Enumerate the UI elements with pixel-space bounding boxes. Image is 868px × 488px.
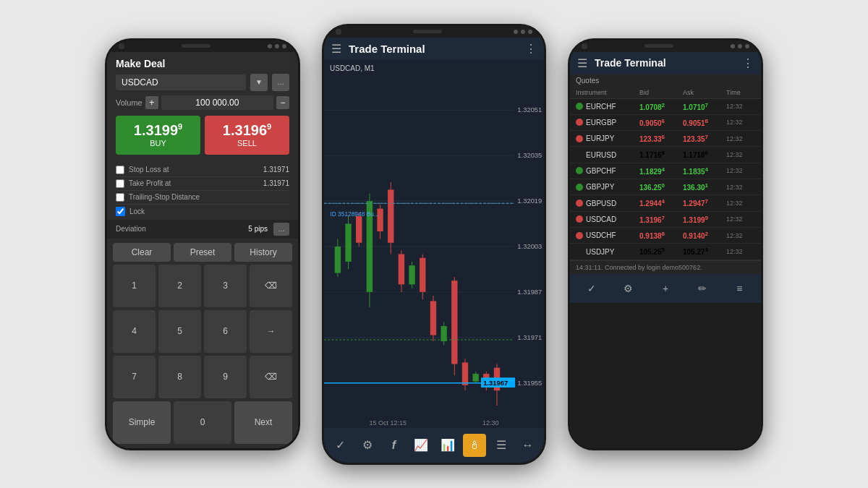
quote-time: 12:32 <box>726 119 755 126</box>
quote-row[interactable]: GBPCHF 1.18294 1.18354 12:32 <box>570 163 761 179</box>
deviation-row: Deviation 5 pips … <box>107 220 298 239</box>
buy-button[interactable]: 1.31999 BUY <box>116 116 200 155</box>
toolbar-gear-icon[interactable]: ⚙ <box>356 434 379 457</box>
pair-more-btn[interactable]: … <box>272 74 289 91</box>
quotes-toolbar: ✓ ⚙ + ✏ ≡ <box>570 274 761 303</box>
numpad-6[interactable]: 6 <box>204 310 247 353</box>
preset-button[interactable]: Preset <box>174 243 231 262</box>
deviation-value: 5 pips <box>248 225 268 233</box>
quote-ask: 0.90518 <box>683 118 726 127</box>
svg-text:1.32003: 1.32003 <box>517 242 542 250</box>
trend-flag <box>576 232 583 239</box>
svg-rect-21 <box>356 216 362 243</box>
clear-button[interactable]: Clear <box>113 243 171 262</box>
svg-rect-29 <box>399 254 404 284</box>
next-button[interactable]: Next <box>234 401 292 444</box>
chart-header: ☰ Trade Terminal ⋮ <box>324 38 544 60</box>
quotes-menu-icon[interactable]: ☰ <box>577 56 587 70</box>
numpad-0[interactable]: 0 <box>174 401 231 444</box>
numpad-7[interactable]: 7 <box>113 356 156 398</box>
numpad-9[interactable]: 9 <box>204 356 247 398</box>
numpad-arrow-right[interactable]: → <box>250 310 292 353</box>
numpad-backspace[interactable]: ⌫ <box>250 265 292 307</box>
quote-row[interactable]: USDCAD 1.31967 1.31999 12:32 <box>570 212 761 228</box>
quote-row[interactable]: GBPUSD 1.29444 1.29477 12:32 <box>570 195 761 211</box>
volume-minus-btn[interactable]: − <box>276 96 289 109</box>
simple-button[interactable]: Simple <box>113 401 171 444</box>
trend-flag <box>576 215 583 223</box>
toolbar-checkmark-icon[interactable]: ✓ <box>329 434 352 457</box>
toolbar-list-icon[interactable]: ☰ <box>490 434 513 457</box>
quote-row[interactable]: EURUSD 1.17168 1.17186 12:32 <box>570 147 761 163</box>
col-bid: Bid <box>639 89 683 96</box>
trailing-stop-checkbox[interactable] <box>116 193 124 202</box>
speaker-bar-3 <box>644 44 673 48</box>
col-time: Time <box>726 89 755 96</box>
quote-name: EURUSD <box>586 151 616 159</box>
more-icon[interactable]: ⋮ <box>525 42 537 56</box>
quote-row[interactable]: EURGBP 0.90506 0.90518 12:32 <box>570 115 761 131</box>
chart-area[interactable]: USDCAD, M1 1.32051 <box>324 60 544 418</box>
q-toolbar-checkmark-icon[interactable]: ✓ <box>582 278 602 299</box>
numpad-4[interactable]: 4 <box>113 310 156 353</box>
numpad-8[interactable]: 8 <box>158 356 201 398</box>
sell-button[interactable]: 1.31969 SELL <box>205 116 289 155</box>
quote-instrument: USDJPY <box>576 248 639 256</box>
toolbar-chart2-icon[interactable]: 📊 <box>436 434 459 457</box>
stop-loss-label: Stop Loss at <box>129 166 259 174</box>
svg-text:1.31971: 1.31971 <box>517 333 542 341</box>
make-deal-header: Make Deal USDCAD ▼ … Volume + 100 000.00… <box>107 52 298 163</box>
quote-row[interactable]: GBPJPY 136.250 136.301 12:32 <box>570 179 761 195</box>
pair-select[interactable]: USDCAD <box>116 74 246 90</box>
numpad-2[interactable]: 2 <box>158 265 201 307</box>
toolbar-function-icon[interactable]: f <box>383 434 406 457</box>
q-toolbar-pencil-icon[interactable]: ✏ <box>692 278 712 299</box>
numpad-row-3: 7 8 9 ⌫ <box>113 356 292 398</box>
svg-rect-43 <box>472 374 478 381</box>
volume-value: 100 000.00 <box>161 95 273 110</box>
q-toolbar-list-icon[interactable]: ≡ <box>729 278 749 299</box>
quote-row[interactable]: EURJPY 123.336 123.357 12:32 <box>570 131 761 147</box>
speaker-bar-2 <box>413 30 442 33</box>
quote-name: USDCAD <box>586 215 616 223</box>
speaker-bar <box>182 44 210 48</box>
volume-plus-btn[interactable]: + <box>145 96 158 109</box>
toolbar-chart1-icon[interactable]: 📈 <box>409 434 433 457</box>
numpad-3[interactable]: 3 <box>204 265 247 307</box>
quotes-table-header: Instrument Bid Ask Time <box>570 87 761 99</box>
quote-row[interactable]: USDCHF 0.91388 0.91402 12:32 <box>570 228 761 244</box>
col-instrument: Instrument <box>576 89 639 96</box>
pair-dropdown-btn[interactable]: ▼ <box>250 74 268 91</box>
numpad-del[interactable]: ⌫ <box>250 356 292 398</box>
quote-bid: 0.90506 <box>639 118 683 127</box>
quote-row[interactable]: USDJPY 105.255 105.273 12:32 <box>570 244 761 260</box>
quotes-more-icon[interactable]: ⋮ <box>742 56 754 70</box>
lock-checkbox[interactable] <box>116 207 125 216</box>
quote-bid: 1.31967 <box>639 215 683 224</box>
numpad-top-row: Clear Preset History <box>113 243 292 262</box>
q-toolbar-plus-icon[interactable]: + <box>655 278 676 299</box>
trailing-stop-label: Trailing-Stop Distance <box>129 193 289 201</box>
battery-icon <box>282 44 286 48</box>
quote-name: GBPCHF <box>586 167 616 175</box>
quote-instrument: GBPCHF <box>576 167 639 175</box>
trailing-stop-row: Trailing-Stop Distance <box>116 191 289 205</box>
deviation-more-btn[interactable]: … <box>273 223 289 236</box>
q-toolbar-gear-icon[interactable]: ⚙ <box>618 278 639 299</box>
take-profit-checkbox[interactable] <box>116 179 124 188</box>
time-label-1: 15 Oct 12:15 <box>369 419 407 427</box>
svg-rect-41 <box>462 362 468 385</box>
stop-loss-checkbox[interactable] <box>116 166 124 174</box>
quote-bid: 1.18294 <box>639 166 683 176</box>
quotes-title: Trade Terminal <box>595 57 742 69</box>
numpad-1[interactable]: 1 <box>113 265 156 307</box>
history-button[interactable]: History <box>234 243 292 262</box>
quote-instrument: EURJPY <box>576 134 639 142</box>
toolbar-arrows-icon[interactable]: ↔ <box>516 434 540 457</box>
quote-row[interactable]: EURCHF 1.07082 1.07107 12:32 <box>570 99 761 115</box>
numpad-5[interactable]: 5 <box>158 310 201 353</box>
svg-text:1.31955: 1.31955 <box>517 378 542 386</box>
quote-instrument: USDCAD <box>576 215 639 223</box>
menu-icon[interactable]: ☰ <box>331 42 341 56</box>
toolbar-candle-icon[interactable]: 🕯 <box>463 434 486 457</box>
